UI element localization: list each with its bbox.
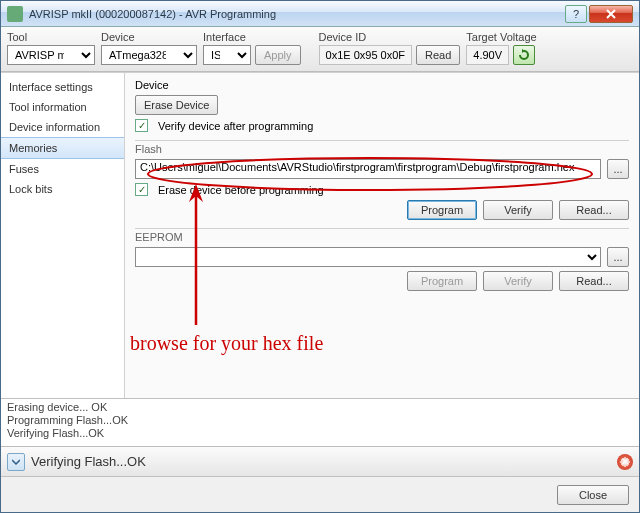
window-title: AVRISP mkII (000200087142) - AVR Program… [29, 8, 565, 20]
eeprom-browse-button[interactable]: ... [607, 247, 629, 267]
sidebar-item-tool-information[interactable]: Tool information [1, 97, 124, 117]
device-group-title: Device [135, 79, 629, 91]
device-group: Device Erase Device ✓ Verify device afte… [135, 79, 629, 132]
status-text: Verifying Flash...OK [31, 454, 146, 469]
titlebar: AVRISP mkII (000200087142) - AVR Program… [1, 1, 639, 27]
log-line: Programming Flash...OK [7, 414, 633, 427]
app-icon [7, 6, 23, 22]
sidebar-item-memories[interactable]: Memories [1, 137, 124, 159]
flash-verify-button[interactable]: Verify [483, 200, 553, 220]
sidebar: Interface settings Tool information Devi… [1, 73, 125, 398]
sidebar-item-device-information[interactable]: Device information [1, 117, 124, 137]
chevron-down-icon [12, 458, 20, 466]
erase-device-button[interactable]: Erase Device [135, 95, 218, 115]
content: Device Erase Device ✓ Verify device afte… [125, 73, 639, 398]
log-line: Erasing device... OK [7, 401, 633, 414]
tool-label: Tool [7, 31, 95, 43]
log-line: Verifying Flash...OK [7, 427, 633, 440]
status-expander-button[interactable] [7, 453, 25, 471]
erase-before-checkbox[interactable]: ✓ [135, 183, 148, 196]
voltage-value: 4.90V [466, 45, 509, 65]
status-bar: Verifying Flash...OK ✕ [1, 446, 639, 476]
voltage-refresh-button[interactable] [513, 45, 535, 65]
flash-browse-button[interactable]: ... [607, 159, 629, 179]
eeprom-group-title: EEPROM [135, 231, 629, 243]
close-window-button[interactable] [589, 5, 633, 23]
sidebar-item-interface-settings[interactable]: Interface settings [1, 77, 124, 97]
help-button[interactable]: ? [565, 5, 587, 23]
device-label: Device [101, 31, 197, 43]
flash-path-input[interactable]: C:\Users\miguel\Documents\AVRStudio\firs… [135, 159, 601, 179]
voltage-label: Target Voltage [466, 31, 536, 43]
eeprom-group: EEPROM ... Program Verify Read... [135, 228, 629, 291]
eeprom-program-button[interactable]: Program [407, 271, 477, 291]
deviceid-read-button[interactable]: Read [416, 45, 460, 65]
footer: Close [1, 476, 639, 512]
apply-button[interactable]: Apply [255, 45, 301, 65]
error-icon[interactable]: ✕ [617, 454, 633, 470]
close-icon [605, 9, 617, 19]
flash-group-title: Flash [135, 143, 629, 155]
toolbar: Tool AVRISP mkII Device ATmega328P Inter… [1, 27, 639, 72]
sidebar-item-lock-bits[interactable]: Lock bits [1, 179, 124, 199]
erase-before-label: Erase device before programming [158, 184, 324, 196]
interface-select[interactable]: ISP [203, 45, 251, 65]
flash-program-button[interactable]: Program [407, 200, 477, 220]
log-area: Erasing device... OK Programming Flash..… [1, 398, 639, 446]
interface-label: Interface [203, 31, 301, 43]
eeprom-path-select[interactable] [135, 247, 601, 267]
verify-after-checkbox[interactable]: ✓ [135, 119, 148, 132]
sidebar-item-fuses[interactable]: Fuses [1, 159, 124, 179]
window: AVRISP mkII (000200087142) - AVR Program… [0, 0, 640, 513]
verify-after-label: Verify device after programming [158, 120, 313, 132]
refresh-icon [518, 49, 530, 61]
eeprom-verify-button[interactable]: Verify [483, 271, 553, 291]
device-select[interactable]: ATmega328P [101, 45, 197, 65]
flash-read-button[interactable]: Read... [559, 200, 629, 220]
eeprom-read-button[interactable]: Read... [559, 271, 629, 291]
close-button[interactable]: Close [557, 485, 629, 505]
flash-group: Flash C:\Users\miguel\Documents\AVRStudi… [135, 140, 629, 220]
deviceid-label: Device ID [319, 31, 461, 43]
body: Interface settings Tool information Devi… [1, 72, 639, 398]
deviceid-value: 0x1E 0x95 0x0F [319, 45, 413, 65]
tool-select[interactable]: AVRISP mkII [7, 45, 95, 65]
